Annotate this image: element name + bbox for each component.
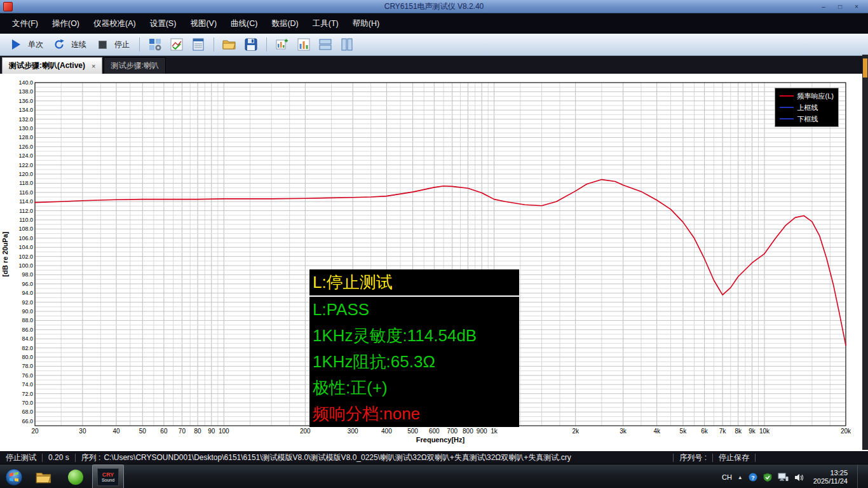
cry-sound-taskbar-button[interactable]: CRY Sound (92, 464, 124, 488)
split-vertical-icon (341, 38, 353, 51)
status-right-group: 序列号 : 停止保存 (667, 452, 868, 463)
explorer-taskbar-button[interactable] (29, 465, 59, 488)
split-horizontal-button[interactable] (315, 36, 336, 53)
svg-text:104.0: 104.0 (18, 244, 33, 250)
save-icon (245, 38, 257, 51)
svg-text:76.0: 76.0 (22, 372, 33, 379)
bar-chart-button[interactable] (294, 36, 314, 53)
svg-text:500: 500 (407, 428, 418, 435)
network-tray-icon[interactable] (778, 473, 789, 482)
hidden-icons-chevron-icon[interactable]: ▲ (738, 475, 743, 480)
system-tray: CH ▲ ? 13:25 2025/11/24 (722, 464, 868, 488)
tab-test-step[interactable]: 测试步骤:喇叭 (104, 57, 165, 74)
overlay-sensitivity-line: 1KHz灵敏度:114.54dB (309, 323, 519, 349)
run-single-label: 单次 (28, 39, 43, 50)
svg-text:70: 70 (179, 428, 186, 435)
overlay-pass-line: L:PASS (309, 297, 519, 323)
svg-text:98.0: 98.0 (22, 271, 33, 278)
svg-text:60: 60 (160, 428, 168, 435)
svg-text:100: 100 (219, 428, 229, 435)
svg-text:96.0: 96.0 (22, 281, 33, 287)
svg-text:138.0: 138.0 (18, 88, 33, 95)
menu-curve[interactable]: 曲线(C) (224, 13, 264, 34)
tab-label: 测试步骤:喇叭 (111, 60, 158, 71)
menu-tools[interactable]: 工具(T) (306, 13, 346, 34)
svg-text:20: 20 (31, 428, 39, 435)
svg-text:112.0: 112.0 (19, 208, 33, 214)
svg-text:Frequency[Hz]: Frequency[Hz] (416, 436, 465, 444)
svg-text:600: 600 (429, 428, 440, 435)
close-button[interactable]: × (848, 2, 865, 11)
legend-label: 频率响应(L) (797, 92, 834, 101)
status-serial-label: 序列号 : (679, 452, 707, 463)
status-separator (755, 454, 756, 462)
scrollbar-thumb[interactable] (863, 58, 867, 78)
status-separator (712, 454, 713, 462)
svg-text:4k: 4k (653, 428, 661, 435)
svg-text:116.0: 116.0 (19, 189, 33, 196)
test-settings-button[interactable] (145, 36, 165, 53)
toolbar: 单次 连续 停止 (0, 34, 868, 56)
curve-settings-button[interactable] (166, 36, 187, 53)
status-sequence-label: 序列 : (81, 452, 101, 463)
menu-operate[interactable]: 操作(O) (45, 13, 86, 34)
green-app-icon (68, 470, 83, 485)
menu-settings[interactable]: 设置(S) (143, 13, 184, 34)
svg-text:900: 900 (477, 428, 487, 435)
help-tray-icon[interactable]: ? (749, 473, 757, 482)
minimize-button[interactable]: – (815, 2, 832, 11)
svg-text:102.0: 102.0 (18, 254, 33, 260)
settings-grid-icon (149, 38, 161, 51)
menu-calibration[interactable]: 仪器校准(A) (86, 13, 143, 34)
svg-text:40: 40 (112, 428, 120, 435)
legend-label: 上框线 (797, 103, 818, 112)
maximize-button[interactable]: □ (832, 2, 848, 11)
report-icon (192, 38, 205, 51)
menu-help[interactable]: 帮助(H) (346, 13, 386, 34)
application-window: CRY6151电声测试仪 V8.2.40 – □ × 文件(F) 操作(O) 仪… (0, 0, 868, 488)
svg-text:3k: 3k (620, 428, 627, 435)
add-chart-button[interactable] (272, 36, 292, 53)
svg-text:6k: 6k (701, 428, 709, 435)
menu-view[interactable]: 视图(V) (183, 13, 224, 34)
split-vertical-button[interactable] (337, 36, 357, 53)
overlay-polarity-line: 极性:正(+) (309, 375, 519, 401)
chart-legend: 频率响应(L) 上框线 下框线 (775, 88, 839, 127)
status-separator (75, 454, 76, 462)
menu-file[interactable]: 文件(F) (5, 13, 45, 34)
svg-text:84.0: 84.0 (22, 336, 33, 342)
stop-button[interactable] (92, 36, 112, 53)
folder-icon (36, 471, 52, 484)
report-button[interactable] (188, 36, 208, 53)
menu-data[interactable]: 数据(D) (264, 13, 305, 34)
volume-tray-icon[interactable] (794, 473, 804, 482)
tab-test-step-active[interactable]: 测试步骤:喇叭(Active) × (2, 57, 102, 74)
taskbar-clock[interactable]: 13:25 2025/11/24 (813, 469, 848, 485)
run-single-button[interactable] (6, 36, 26, 53)
browser-taskbar-button[interactable] (60, 465, 91, 488)
toolbar-separator (139, 37, 140, 51)
bar-chart-icon (297, 38, 310, 51)
language-indicator[interactable]: CH (722, 473, 732, 481)
status-elapsed: 0.20 s (48, 453, 69, 462)
security-tray-icon[interactable] (763, 473, 772, 482)
run-continuous-button[interactable] (49, 36, 69, 53)
svg-text:800: 800 (463, 428, 473, 435)
legend-item-lower-limit: 下框线 (780, 113, 834, 125)
legend-label: 下框线 (797, 114, 818, 124)
stop-icon (98, 41, 107, 49)
svg-text:92.0: 92.0 (22, 299, 33, 306)
start-button[interactable] (0, 464, 28, 488)
status-bar: 停止测试 0.20 s 序列 : C:\Users\CRYSOUND001\De… (0, 451, 868, 464)
open-file-button[interactable] (219, 36, 240, 53)
save-file-button[interactable] (241, 36, 261, 53)
chart-panel: 66.068.070.072.074.076.078.080.082.084.0… (0, 74, 868, 451)
window-title: CRY6151电声测试仪 V8.2.40 (0, 1, 868, 12)
result-overlay: L:停止测试 L:PASS 1KHz灵敏度:114.54dB 1KHz阻抗:65… (309, 269, 519, 427)
show-desktop-button[interactable] (857, 464, 865, 488)
cry-logo-subtext: Sound (102, 478, 114, 483)
svg-text:400: 400 (381, 428, 392, 435)
overlay-status-line: L:停止测试 (309, 269, 519, 297)
tab-close-icon[interactable]: × (92, 62, 95, 70)
svg-text:66.0: 66.0 (22, 418, 33, 424)
